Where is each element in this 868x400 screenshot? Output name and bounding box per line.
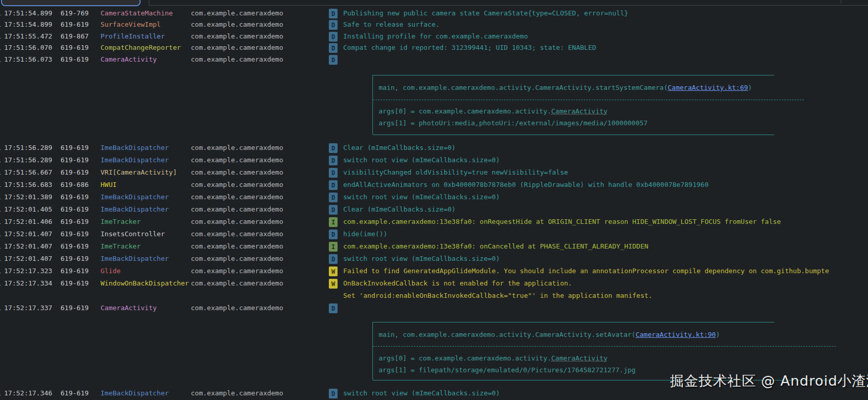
log-row[interactable]: 1 17:52:01.406 619-619 ImeTracker com.ex… <box>0 217 868 227</box>
log-package: com.example.cameraxdemo <box>191 266 283 276</box>
log-date-fragment: 1 <box>0 204 1 215</box>
logcat-filter-input[interactable] <box>1 0 141 6</box>
log-message: OnBackInvokedCallback is not enabled for… <box>343 278 572 289</box>
log-pid-tid: 619-619 <box>61 143 89 153</box>
trace-frame-text: main, com.example.cameraxdemo.activity.C… <box>379 331 636 338</box>
trace-frame-line: main, com.example.cameraxdemo.activity.C… <box>379 83 752 93</box>
log-level-badge: W <box>329 279 338 289</box>
log-row[interactable]: 1 17:52:01.407 619-619 ImeTracker com.ex… <box>0 241 868 252</box>
log-row[interactable]: 1 17:51:55.472 619-867 ProfileInstaller … <box>0 31 868 42</box>
log-row[interactable]: 1 17:52:17.323 619-619 Glide com.example… <box>0 266 868 276</box>
log-pid-tid: 619-619 <box>61 54 89 65</box>
log-row[interactable]: 1 17:51:56.667 619-619 VRI[CameraActivit… <box>0 167 868 178</box>
log-timestamp: 17:51:56.683 <box>4 180 52 190</box>
log-timestamp: 17:51:55.472 <box>4 31 52 42</box>
log-tag: SurfaceViewImpl <box>101 20 161 30</box>
log-pid-tid: 619-619 <box>61 167 89 178</box>
log-row[interactable]: 1 17:51:54.899 619-619 SurfaceViewImpl c… <box>0 20 868 30</box>
log-timestamp: 17:52:17.334 <box>4 278 52 289</box>
log-row[interactable]: 1 17:52:01.389 619-619 ImeBackDispatcher… <box>0 192 868 202</box>
log-message: endAllActiveAnimators on 0xb4000078b7878… <box>343 180 708 190</box>
log-package: com.example.cameraxdemo <box>191 31 283 42</box>
log-row[interactable]: 1 17:52:01.407 619-619 InsetsController … <box>0 229 868 239</box>
log-row[interactable]: 1 17:52:01.407 619-619 ImeBackDispatcher… <box>0 254 868 264</box>
log-tag: ImeBackDispatcher <box>101 388 169 398</box>
log-message: com.example.cameraxdemo:13e38fa0: onCanc… <box>343 241 648 252</box>
log-tag: ImeBackDispatcher <box>101 192 169 202</box>
log-tag: ImeBackDispatcher <box>101 143 169 153</box>
log-row[interactable]: 1 17:51:56.683 619-686 HWUI com.example.… <box>0 180 868 190</box>
log-pid-tid: 619-619 <box>61 266 89 276</box>
log-package: com.example.cameraxdemo <box>191 204 283 215</box>
log-pid-tid: 619-769 <box>61 8 89 18</box>
log-message: visibilityChanged oldVisibility=true new… <box>343 167 568 178</box>
log-level-badge: D <box>329 205 338 215</box>
log-message: switch root view (mImeCallbacks.size=0) <box>343 388 500 398</box>
log-level-badge: W <box>329 266 338 276</box>
trace-args0-text: args[0] = com.example.cameraxdemo.activi… <box>379 107 551 115</box>
log-timestamp: 17:52:01.406 <box>4 217 52 227</box>
log-date-fragment: 1 <box>0 303 1 313</box>
log-package: com.example.cameraxdemo <box>191 43 283 53</box>
log-message: switch root view (mImeCallbacks.size=0) <box>343 155 500 165</box>
log-date-fragment: 1 <box>0 155 1 165</box>
log-message: Clear (mImeCallbacks.size=0) <box>343 204 456 215</box>
log-message: Clear (mImeCallbacks.size=0) <box>343 143 456 153</box>
class-reference-link[interactable]: CameraActivity <box>551 107 608 115</box>
trace-dashed-divider <box>373 346 836 347</box>
log-row[interactable]: 1 17:51:56.073 619-619 CameraActivity co… <box>0 54 868 65</box>
log-row[interactable]: 1 17:51:56.289 619-619 ImeBackDispatcher… <box>0 155 868 165</box>
source-location-link[interactable]: CameraActivity.kt:90 <box>636 331 716 338</box>
log-date-fragment: 1 <box>0 20 1 30</box>
class-reference-link[interactable]: CameraActivity <box>551 354 608 362</box>
log-level-badge: I <box>329 217 338 227</box>
log-package: com.example.cameraxdemo <box>191 20 283 30</box>
log-level-badge: D <box>329 32 338 42</box>
log-tag: CameraActivity <box>101 303 157 313</box>
log-timestamp: 17:52:01.405 <box>4 204 52 215</box>
log-level-badge: D <box>329 143 338 153</box>
log-tag: HWUI <box>101 180 116 190</box>
log-tag: WindowOnBackDispatcher <box>101 278 189 289</box>
log-pid-tid: 619-619 <box>61 217 89 227</box>
log-row[interactable]: 1 17:52:01.405 619-619 ImeBackDispatcher… <box>0 204 868 215</box>
trace-frame-line: main, com.example.cameraxdemo.activity.C… <box>379 330 720 340</box>
log-date-fragment: 1 <box>0 54 1 65</box>
log-tag: ImeBackDispatcher <box>101 204 169 215</box>
log-date-fragment: 1 <box>0 229 1 239</box>
log-pid-tid: 619-619 <box>61 229 89 239</box>
log-package: com.example.cameraxdemo <box>191 155 283 165</box>
log-package: com.example.cameraxdemo <box>191 8 283 18</box>
log-package: com.example.cameraxdemo <box>191 167 283 178</box>
trace-args1-line: args[1] = filepath/storage/emulated/0/Pi… <box>379 365 636 375</box>
log-row[interactable]: 1 17:51:54.899 619-769 CameraStateMachin… <box>0 8 868 18</box>
log-row[interactable]: 1 17:52:17.334 619-619 WindowOnBackDispa… <box>0 278 868 289</box>
log-pid-tid: 619-619 <box>61 241 89 252</box>
log-pid-tid: 619-619 <box>61 192 89 202</box>
log-timestamp: 17:51:54.899 <box>4 20 52 30</box>
log-package: com.example.cameraxdemo <box>191 388 283 398</box>
log-level-badge: D <box>329 9 338 18</box>
log-row[interactable]: 1 17:51:56.289 619-619 ImeBackDispatcher… <box>0 143 868 153</box>
log-pid-tid: 619-619 <box>61 204 89 215</box>
trace-top-border <box>373 322 774 322</box>
log-timestamp: 17:51:54.899 <box>4 8 52 18</box>
trace-bottom-border <box>373 135 774 135</box>
log-pid-tid: 619-619 <box>61 303 89 313</box>
toolbar-divider-tick-left <box>149 0 149 5</box>
log-timestamp: 17:51:56.289 <box>4 155 52 165</box>
trace-frame-text-suffix: ) <box>748 84 752 91</box>
log-date-fragment: 1 <box>0 8 1 18</box>
log-message: Installing profile for com.example.camer… <box>343 31 528 42</box>
source-location-link[interactable]: CameraActivity.kt:69 <box>668 84 748 91</box>
log-row[interactable]: 1 17:51:56.070 619-619 CompatChangeRepor… <box>0 43 868 53</box>
log-row[interactable]: 1 17:52:17.337 619-619 CameraActivity co… <box>0 303 868 313</box>
log-row[interactable]: Set 'android:enableOnBackInvokedCallback… <box>0 291 868 301</box>
log-package: com.example.cameraxdemo <box>191 241 283 252</box>
log-tag: ImeTracker <box>101 217 141 227</box>
log-message: switch root view (mImeCallbacks.size=0) <box>343 254 500 264</box>
stack-trace-box: main, com.example.cameraxdemo.activity.C… <box>372 322 373 380</box>
log-tag: ProfileInstaller <box>101 31 165 42</box>
log-level-badge: D <box>329 193 338 202</box>
trace-args0-text: args[0] = com.example.cameraxdemo.activi… <box>379 354 551 362</box>
